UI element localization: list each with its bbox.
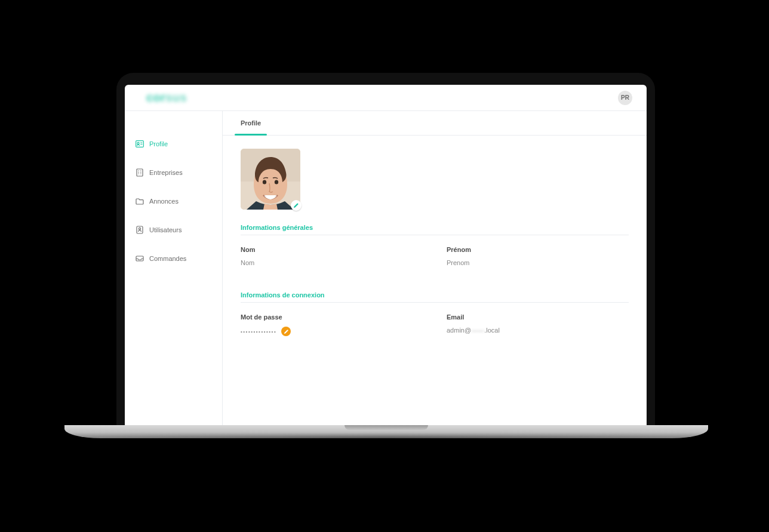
svg-point-12 (139, 227, 140, 229)
user-avatar-badge[interactable]: PR (618, 91, 632, 105)
prenom-value: Prenom (447, 259, 629, 266)
nom-label: Nom (241, 246, 423, 253)
sidebar-item-label: Utilisateurs (149, 226, 182, 233)
password-mask: •••••••••••••• (241, 329, 276, 334)
svg-rect-4 (137, 169, 143, 176)
email-value: admin@——.local (447, 327, 629, 334)
sidebar-item-label: Annonces (149, 198, 179, 205)
sidebar-item-profile[interactable]: Profile (125, 134, 222, 154)
sidebar-item-commandes[interactable]: Commandes (125, 248, 222, 269)
tab-profile[interactable]: Profile (241, 111, 261, 135)
svg-point-17 (275, 180, 278, 184)
sidebar-item-annonces[interactable]: Annonces (125, 191, 222, 211)
building-icon (136, 168, 144, 177)
prenom-label: Prénom (447, 246, 629, 253)
svg-point-1 (137, 142, 139, 144)
section-connection-title: Informations de connexion (241, 288, 629, 303)
folder-icon (136, 197, 144, 205)
password-label: Mot de passe (241, 313, 423, 321)
profile-photo (241, 149, 300, 210)
sidebar-item-entreprises[interactable]: Entreprises (125, 162, 222, 183)
sidebar: Profile Entreprises (125, 111, 223, 425)
nom-value: Nom (241, 259, 423, 266)
sidebar-item-label: Profile (149, 140, 168, 147)
sidebar-item-label: Commandes (149, 255, 186, 262)
tabs: Profile (223, 111, 647, 136)
section-general-title: Informations générales (241, 220, 629, 235)
content: Informations générales Nom Nom Prénom Pr… (223, 136, 647, 425)
inbox-icon (136, 254, 144, 263)
sidebar-item-utilisateurs[interactable]: Utilisateurs (125, 220, 222, 240)
profile-photo-container (241, 149, 300, 210)
email-label: Email (447, 313, 629, 321)
svg-point-16 (263, 180, 266, 184)
logo: corsus (146, 91, 187, 104)
users-list-icon (136, 226, 144, 234)
profile-card-icon (136, 140, 144, 148)
edit-photo-button[interactable] (291, 200, 302, 211)
edit-password-button[interactable] (281, 327, 291, 336)
sidebar-item-label: Entreprises (149, 169, 183, 176)
header: corsus PR (125, 85, 647, 111)
